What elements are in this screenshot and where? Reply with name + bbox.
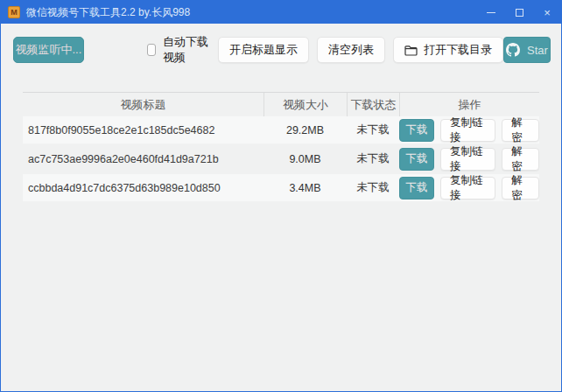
- copy-link-button[interactable]: 复制链接: [440, 177, 495, 200]
- toolbar: 视频监听中... 自动下载视频 开启标题显示 清空列表 打开下载目录 Star: [1, 24, 561, 66]
- open-download-dir-label: 打开下载目录: [424, 42, 492, 58]
- app-icon: M: [8, 6, 20, 18]
- video-title-cell: ccbbda4d91c7dc6375d63b989e10d850: [23, 182, 263, 194]
- open-download-dir-button[interactable]: 打开下载目录: [393, 37, 503, 63]
- minimize-button[interactable]: [477, 1, 505, 24]
- app-window: M 微信视频号下载工具2.2 by.长风998 × 视频监听中... 自动下载视…: [0, 0, 562, 392]
- auto-download-label: 自动下载视频: [163, 34, 210, 66]
- monitor-status-button[interactable]: 视频监听中...: [13, 37, 84, 63]
- decrypt-button[interactable]: 解密: [502, 119, 539, 142]
- header-video-size: 视频大小: [263, 93, 347, 116]
- minimize-icon: [487, 12, 495, 13]
- download-status-cell: 未下载: [347, 151, 399, 166]
- maximize-icon: [516, 9, 523, 17]
- github-icon: [506, 43, 520, 57]
- download-button[interactable]: 下载: [399, 148, 434, 171]
- video-size-cell: 29.2MB: [263, 124, 347, 136]
- show-title-button[interactable]: 开启标题显示: [218, 37, 309, 63]
- download-status-cell: 未下载: [347, 180, 399, 195]
- clear-list-button[interactable]: 清空列表: [317, 37, 385, 63]
- video-title-cell: 817f8b0f9055e18ce2e1c185dc5e4682: [23, 124, 263, 136]
- copy-link-button[interactable]: 复制链接: [440, 119, 495, 142]
- download-button[interactable]: 下载: [399, 177, 434, 200]
- auto-download-checkbox[interactable]: [147, 44, 156, 56]
- video-size-cell: 9.0MB: [263, 153, 347, 165]
- table-row: ccbbda4d91c7dc6375d63b989e10d850 3.4MB 未…: [23, 174, 539, 201]
- table-body: 817f8b0f9055e18ce2e1c185dc5e4682 29.2MB …: [23, 116, 539, 201]
- window-controls: ×: [477, 1, 561, 24]
- actions-cell: 下载 复制链接 解密: [399, 119, 539, 142]
- table-header: 视频标题 视频大小 下载状态 操作: [23, 92, 539, 116]
- window-title: 微信视频号下载工具2.2 by.长风998: [26, 5, 190, 20]
- close-button[interactable]: ×: [533, 1, 561, 24]
- video-table: 视频标题 视频大小 下载状态 操作 817f8b0f9055e18ce2e1c1…: [23, 92, 539, 201]
- close-icon: ×: [544, 6, 551, 19]
- download-status-cell: 未下载: [347, 122, 399, 137]
- table-row: ac7c753ae9996a2e0e460fd41d9a721b 9.0MB 未…: [23, 145, 539, 172]
- header-actions: 操作: [399, 93, 539, 116]
- star-label: Star: [527, 44, 548, 57]
- star-button[interactable]: Star: [503, 37, 551, 63]
- header-video-title: 视频标题: [23, 93, 263, 116]
- video-size-cell: 3.4MB: [263, 182, 347, 194]
- decrypt-button[interactable]: 解密: [502, 177, 539, 200]
- actions-cell: 下载 复制链接 解密: [399, 177, 539, 200]
- decrypt-button[interactable]: 解密: [502, 148, 539, 171]
- auto-download-group: 自动下载视频: [147, 34, 210, 66]
- titlebar[interactable]: M 微信视频号下载工具2.2 by.长风998 ×: [1, 1, 561, 24]
- header-download-status: 下载状态: [347, 93, 399, 116]
- maximize-button[interactable]: [505, 1, 533, 24]
- folder-icon: [404, 45, 418, 56]
- video-title-cell: ac7c753ae9996a2e0e460fd41d9a721b: [23, 153, 263, 165]
- table-row: 817f8b0f9055e18ce2e1c185dc5e4682 29.2MB …: [23, 116, 539, 144]
- actions-cell: 下载 复制链接 解密: [399, 148, 539, 171]
- download-button[interactable]: 下载: [399, 119, 434, 142]
- copy-link-button[interactable]: 复制链接: [440, 148, 495, 171]
